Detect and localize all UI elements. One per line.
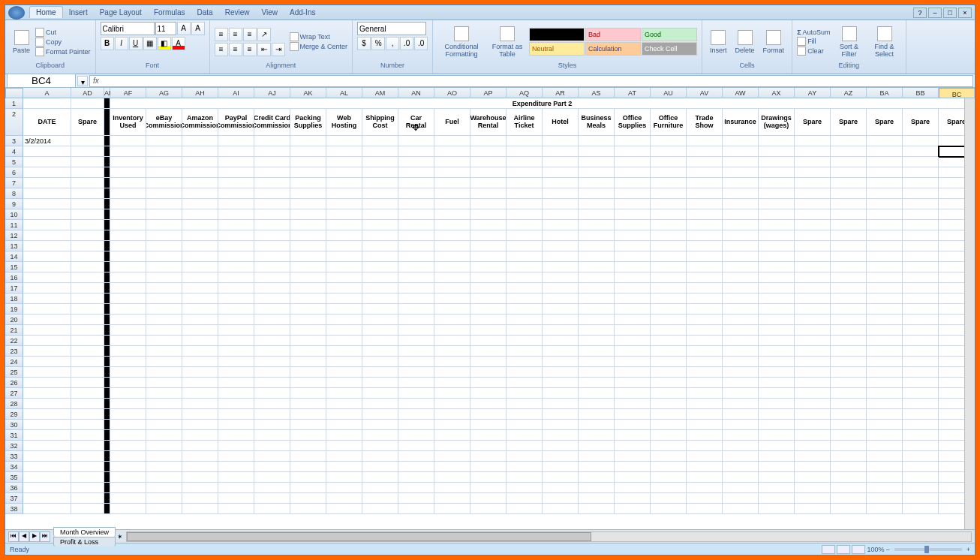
cell[interactable] — [903, 430, 939, 441]
cell[interactable] — [110, 178, 146, 188]
tab-formulas[interactable]: Formulas — [148, 7, 191, 18]
cell[interactable] — [182, 399, 218, 409]
cell[interactable] — [867, 167, 903, 178]
cell[interactable] — [254, 199, 290, 209]
cell[interactable] — [326, 462, 362, 472]
cell[interactable] — [182, 336, 218, 346]
cell[interactable] — [795, 304, 831, 315]
cell[interactable] — [903, 241, 939, 251]
cell[interactable] — [434, 441, 470, 451]
cell[interactable] — [146, 367, 182, 378]
cell[interactable] — [398, 167, 434, 178]
cell[interactable] — [651, 483, 687, 493]
col-header-AX[interactable]: AX — [759, 88, 795, 98]
cell[interactable] — [326, 136, 362, 146]
cell[interactable]: Insurance — [723, 109, 759, 136]
cell[interactable] — [218, 420, 254, 430]
cell[interactable] — [146, 378, 182, 388]
cell[interactable] — [434, 378, 470, 388]
cell[interactable] — [759, 451, 795, 462]
cell[interactable] — [23, 98, 71, 109]
cell[interactable] — [110, 483, 146, 493]
cell[interactable] — [254, 157, 290, 167]
cell[interactable] — [759, 251, 795, 262]
cell[interactable] — [254, 304, 290, 315]
cell[interactable] — [326, 430, 362, 441]
cell[interactable] — [326, 399, 362, 409]
cell[interactable] — [903, 336, 939, 346]
cell[interactable] — [254, 262, 290, 272]
cell[interactable] — [326, 220, 362, 230]
cell[interactable] — [146, 388, 182, 399]
cell[interactable] — [759, 367, 795, 378]
cell[interactable] — [398, 136, 434, 146]
cell[interactable] — [398, 357, 434, 367]
cell[interactable] — [615, 472, 651, 483]
cell[interactable] — [723, 367, 759, 378]
cell[interactable] — [651, 262, 687, 272]
format-cells-button[interactable]: Format — [760, 29, 788, 56]
cell[interactable] — [146, 346, 182, 357]
cell[interactable] — [831, 146, 867, 157]
cell[interactable] — [290, 304, 326, 315]
align-bottom-button[interactable]: ≡ — [243, 28, 257, 41]
dec-decimal-button[interactable]: .0 — [414, 37, 428, 50]
cell[interactable] — [723, 220, 759, 230]
cell[interactable] — [398, 178, 434, 188]
cell[interactable] — [723, 167, 759, 178]
cell[interactable] — [290, 399, 326, 409]
cell[interactable] — [434, 430, 470, 441]
cell[interactable] — [759, 272, 795, 283]
row-header-6[interactable]: 6 — [5, 167, 23, 178]
cell[interactable] — [615, 294, 651, 304]
cell[interactable] — [651, 294, 687, 304]
col-header-AF[interactable]: AF — [110, 88, 146, 98]
cell[interactable] — [831, 294, 867, 304]
cell[interactable] — [687, 430, 723, 441]
cell[interactable] — [146, 178, 182, 188]
cell[interactable] — [398, 262, 434, 272]
cell[interactable] — [290, 367, 326, 378]
cell[interactable] — [543, 357, 579, 367]
cell[interactable] — [326, 451, 362, 462]
cell[interactable] — [903, 472, 939, 483]
cell[interactable] — [434, 315, 470, 325]
cell[interactable] — [507, 336, 543, 346]
cell[interactable] — [23, 462, 71, 472]
cell[interactable] — [470, 504, 507, 514]
cell[interactable] — [290, 504, 326, 514]
cell[interactable] — [507, 357, 543, 367]
row-header-35[interactable]: 35 — [5, 472, 23, 483]
cell[interactable] — [434, 388, 470, 399]
cell[interactable] — [146, 188, 182, 199]
cell[interactable] — [579, 167, 615, 178]
cell[interactable] — [23, 304, 71, 315]
cell[interactable] — [146, 272, 182, 283]
cell[interactable]: Business Meals — [579, 109, 615, 136]
underline-button[interactable]: U — [129, 37, 143, 50]
cell[interactable] — [723, 146, 759, 157]
cell[interactable] — [434, 336, 470, 346]
cell[interactable] — [290, 483, 326, 493]
cell[interactable] — [543, 241, 579, 251]
cell[interactable] — [71, 167, 104, 178]
copy-button[interactable]: Copy — [35, 38, 91, 47]
row-header-31[interactable]: 31 — [5, 430, 23, 441]
cell[interactable] — [579, 462, 615, 472]
cell[interactable] — [759, 146, 795, 157]
cell[interactable] — [867, 420, 903, 430]
cell[interactable] — [687, 178, 723, 188]
cell[interactable] — [398, 388, 434, 399]
cell[interactable] — [795, 220, 831, 230]
cell[interactable] — [398, 472, 434, 483]
cell[interactable] — [71, 241, 104, 251]
cell[interactable] — [23, 399, 71, 409]
horizontal-scrollbar[interactable] — [126, 531, 972, 542]
cell[interactable] — [470, 230, 507, 241]
cell[interactable] — [723, 472, 759, 483]
cell[interactable] — [867, 136, 903, 146]
cell[interactable] — [398, 241, 434, 251]
cell[interactable] — [831, 241, 867, 251]
cell[interactable] — [470, 357, 507, 367]
cell[interactable] — [110, 304, 146, 315]
